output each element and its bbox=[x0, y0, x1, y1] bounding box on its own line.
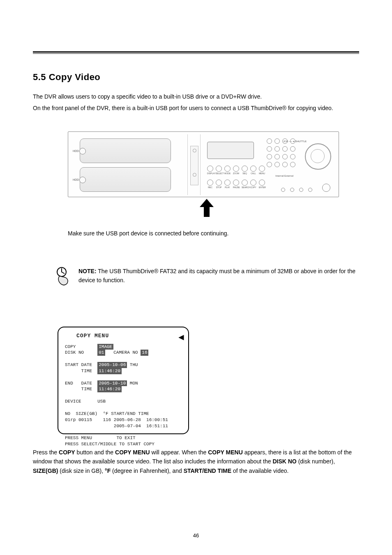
pause-button bbox=[233, 180, 239, 186]
device-numeric-grid bbox=[267, 138, 296, 168]
jog-shuttle-label: JOG ── ● SHUTTLE bbox=[283, 140, 307, 143]
device-button-row-2: REC STOP PLAY PAUSE SEARCH COPY ENTER bbox=[207, 180, 265, 189]
camera-no-value: 16 bbox=[141, 350, 148, 356]
device-lcd bbox=[207, 142, 254, 159]
note-block: NOTE: The USB ThumbDrive® FAT32 and its … bbox=[55, 267, 359, 287]
select-button bbox=[216, 166, 222, 172]
device-center-strip bbox=[187, 134, 201, 195]
page-number: 46 bbox=[0, 532, 392, 539]
intro-line-1: The DVR allows users to copy a specific … bbox=[33, 92, 359, 101]
explanation-paragraph: Press the COPY button and the COPY MENU … bbox=[33, 448, 359, 475]
leds-title: Internal External bbox=[275, 175, 293, 177]
stop-button bbox=[216, 180, 222, 186]
search-button bbox=[242, 180, 248, 186]
copy-menu-press-select: PRESS SELECT/MIDDLE TO START COPY bbox=[65, 442, 154, 447]
document-page: 5.5 Copy Video The DVR allows users to c… bbox=[0, 0, 392, 555]
intro-text: The DVR allows users to copy a specific … bbox=[33, 92, 359, 115]
copy-menu-list-row-1: 01rp 00115 116 2005-06-28 16:00:51 bbox=[65, 417, 168, 422]
note-body: The USB ThumbDrive® FAT32 and its capaci… bbox=[78, 268, 355, 283]
hdd-bay-2: HDD-2 bbox=[80, 167, 171, 192]
start-time-value: 11:46:20 bbox=[97, 368, 122, 374]
usb-connect-note: Make sure the USB port device is connect… bbox=[68, 230, 359, 237]
device-button-row-1: DISPLAY SELECT MODE ZOOM SEQ CALL MENU bbox=[207, 166, 265, 175]
device-control-panel: DISPLAY SELECT MODE ZOOM SEQ CALL MENU R… bbox=[204, 134, 334, 196]
rec-button bbox=[207, 180, 213, 186]
play-button bbox=[224, 180, 231, 186]
section-heading: 5.5 Copy Video bbox=[33, 72, 100, 83]
alarm-led bbox=[299, 188, 303, 192]
intro-line-2: On the front panel of the DVR, there is … bbox=[33, 104, 359, 113]
jog-shuttle-dial bbox=[305, 143, 331, 170]
call-button bbox=[250, 166, 256, 172]
hdd-bay-1: HDD-1 bbox=[80, 138, 171, 163]
start-date-value: 2005-10-06 bbox=[97, 362, 127, 368]
end-time-value: 11:46:20 bbox=[97, 386, 122, 392]
copy-type-value: IMAGE bbox=[97, 344, 113, 350]
hdd-led-2 bbox=[290, 188, 294, 192]
left-pointer-icon: ◄ bbox=[177, 332, 186, 343]
end-date-value: 2005-10-10 bbox=[97, 380, 127, 387]
menu-button bbox=[259, 166, 265, 172]
svg-marker-0 bbox=[200, 199, 214, 217]
pointing-hand-icon bbox=[55, 267, 70, 287]
copy-menu-list-row-2: 2005-07-04 16:51:11 bbox=[65, 424, 168, 428]
note-label: NOTE: bbox=[78, 268, 97, 274]
zoom-button bbox=[233, 166, 239, 172]
display-button bbox=[207, 166, 213, 172]
note-text: NOTE: The USB ThumbDrive® FAT32 and its … bbox=[78, 267, 359, 285]
device-drive-bays: HDD-1 HDD-2 bbox=[71, 134, 187, 195]
mode-button bbox=[224, 166, 231, 172]
copy-menu-press-menu: PRESS MENU TO EXIT bbox=[65, 435, 136, 440]
device-value: USB bbox=[97, 399, 106, 404]
hdd-led-1 bbox=[281, 188, 285, 192]
copy-menu-title: COPY MENU bbox=[76, 332, 182, 340]
header-rule bbox=[33, 51, 359, 54]
up-arrow-icon bbox=[200, 199, 214, 217]
seq-button bbox=[242, 166, 248, 172]
lan-led bbox=[308, 188, 312, 192]
copy-button bbox=[250, 180, 256, 186]
copy-menu-list-header: NO SIZE(GB) °F START/END TIME bbox=[65, 411, 149, 416]
power-button-icon bbox=[322, 184, 330, 192]
copy-menu-screenshot: COPY MENU COPY IMAGE DISK NO 01 CAMERA N… bbox=[58, 327, 189, 434]
copy-menu-body: COPY IMAGE DISK NO 01 CAMERA NO 16 START… bbox=[65, 344, 182, 447]
disk-no-value: 01 bbox=[97, 350, 105, 356]
device-front-panel-illustration: HDD-1 HDD-2 DISPLAY SELECT MODE ZOOM SEQ bbox=[68, 131, 339, 197]
enter-button bbox=[259, 180, 265, 186]
